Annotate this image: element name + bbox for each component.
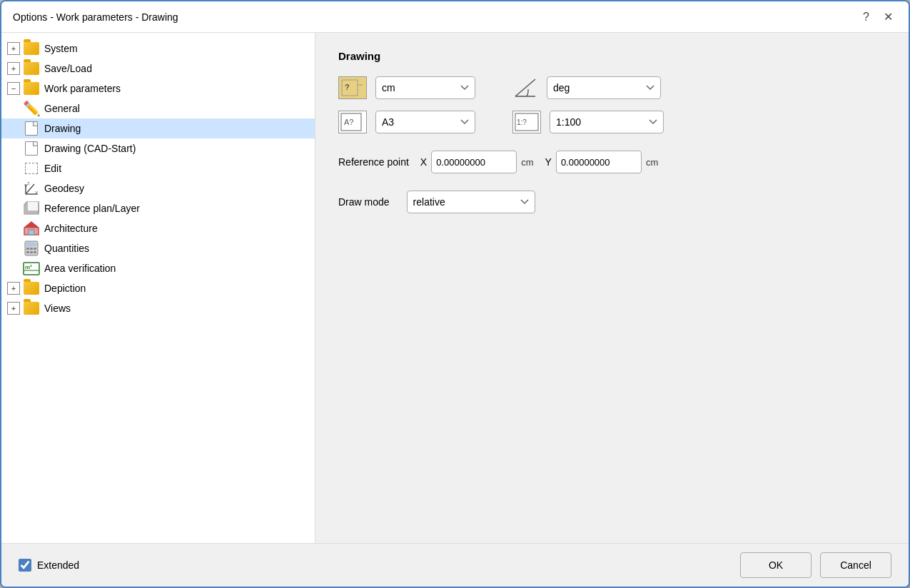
tree-label-refplan: Reference plan/Layer [44, 203, 140, 214]
tree-label-drawing: Drawing [44, 123, 81, 134]
page-icon-drawing [23, 121, 40, 136]
tree-item-edit[interactable]: Edit [1, 158, 315, 178]
svg-rect-8 [27, 201, 39, 211]
dialog-window: Options - Work parameters - Drawing ? ✕ … [0, 0, 910, 588]
editbox-icon [23, 161, 40, 176]
svg-rect-17 [26, 251, 29, 253]
tree-label-workparams: Work parameters [44, 83, 121, 94]
ref-point-label: Reference point [338, 156, 409, 168]
tree-label-general: General [44, 103, 80, 114]
bottom-bar: Extended OK Cancel [1, 543, 909, 587]
coord-x-group: X cm [420, 151, 534, 173]
toggle-depiction[interactable]: + [7, 282, 20, 295]
pencil-icon: ✏️ [23, 101, 40, 116]
toggle-system[interactable]: + [7, 42, 20, 55]
ok-button[interactable]: OK [740, 552, 812, 578]
row-page-scale: A? A0 A1 A2 A3 A4 1:? [338, 111, 886, 133]
refplan-icon [23, 201, 40, 216]
svg-rect-18 [30, 251, 33, 253]
svg-text:?: ? [345, 83, 350, 91]
svg-rect-15 [30, 248, 33, 250]
tree-item-general[interactable]: ✏️ General [1, 98, 315, 118]
toggle-workparams[interactable]: − [7, 82, 20, 95]
y-unit-label: cm [646, 157, 658, 168]
extended-checkbox-group: Extended [19, 559, 79, 572]
angle-icon [512, 76, 538, 99]
help-button[interactable]: ? [859, 9, 874, 25]
tree-item-views[interactable]: + Views [1, 298, 315, 318]
draw-mode-select[interactable]: relative absolute [407, 191, 535, 213]
folder-icon-saveload [23, 61, 40, 76]
geodesy-icon: Y X Z [23, 181, 40, 196]
folder-icon-views [23, 301, 40, 315]
tree-label-areaverif: Area verification [44, 263, 116, 274]
folder-icon-depiction [23, 281, 40, 295]
tree-item-drawing[interactable]: Drawing [1, 118, 315, 138]
svg-line-26 [515, 79, 535, 96]
tree-label-views: Views [44, 303, 71, 314]
svg-rect-14 [26, 248, 29, 250]
svg-text:X: X [35, 191, 39, 196]
coord-y-group: Y cm [545, 151, 659, 173]
tree-item-workparams[interactable]: − Work parameters [1, 78, 315, 98]
toggle-views[interactable]: + [7, 302, 20, 315]
tree-item-saveload[interactable]: + Save/Load [1, 59, 315, 78]
svg-rect-16 [34, 248, 36, 250]
calc-icon [23, 241, 40, 255]
tree-item-quantities[interactable]: Quantities [1, 238, 315, 258]
angle-select[interactable]: deg rad gon [547, 76, 661, 99]
close-button[interactable]: ✕ [879, 9, 897, 25]
svg-rect-19 [34, 251, 36, 253]
scale-select[interactable]: 1:1 1:10 1:20 1:50 1:100 1:200 1:500 [550, 111, 664, 133]
tree-label-saveload: Save/Load [44, 63, 92, 74]
section-title: Drawing [338, 50, 886, 62]
extended-label[interactable]: Extended [37, 559, 79, 571]
svg-rect-11 [29, 230, 34, 235]
tree-item-geodesy[interactable]: Y X Z Geodesy [1, 178, 315, 198]
folder-icon-workparams [23, 81, 40, 96]
svg-text:Z: Z [27, 181, 30, 186]
x-coord-input[interactable] [431, 151, 517, 173]
draw-mode-row: Draw mode relative absolute [338, 191, 886, 213]
draw-mode-label: Draw mode [338, 196, 390, 208]
svg-rect-13 [26, 243, 36, 246]
window-title: Options - Work parameters - Drawing [13, 11, 178, 23]
tree-panel: + System + Save/Load − Work p [1, 33, 315, 543]
toggle-saveload[interactable]: + [7, 62, 20, 75]
tree-label-depiction: Depiction [44, 283, 86, 294]
tree-label-geodesy: Geodesy [44, 183, 84, 194]
tree-item-depiction[interactable]: + Depiction [1, 278, 315, 298]
tree-item-areaverif[interactable]: m² Area verification [1, 258, 315, 278]
tree-item-drawingcad[interactable]: Drawing (CAD-Start) [1, 138, 315, 158]
svg-text:m²: m² [25, 264, 32, 270]
page-select[interactable]: A0 A1 A2 A3 A4 [375, 111, 475, 133]
tree-label-quantities: Quantities [44, 243, 89, 254]
svg-text:1:?: 1:? [517, 118, 527, 126]
tree-label-edit: Edit [44, 163, 61, 174]
cancel-button[interactable]: Cancel [820, 552, 891, 578]
tree-item-system[interactable]: + System [1, 39, 315, 59]
title-bar-buttons: ? ✕ [859, 9, 897, 25]
x-axis-label: X [420, 156, 427, 168]
action-buttons: OK Cancel [740, 552, 891, 578]
tree-item-refplan[interactable]: Reference plan/Layer [1, 198, 315, 218]
title-bar: Options - Work parameters - Drawing ? ✕ [1, 1, 909, 33]
units-icon: ? [338, 76, 367, 99]
reference-point-row: Reference point X cm Y cm [338, 151, 886, 173]
extended-checkbox[interactable] [19, 559, 31, 572]
form-section: ? cm m mm ft in [338, 76, 886, 526]
house-icon [23, 221, 40, 235]
page-icon-drawingcad [23, 141, 40, 156]
x-unit-label: cm [521, 157, 533, 168]
tree-label-system: System [44, 43, 78, 54]
folder-icon-system [23, 41, 40, 56]
svg-marker-10 [24, 222, 39, 228]
main-content: + System + Save/Load − Work p [1, 33, 909, 543]
tree-item-architecture[interactable]: Architecture [1, 218, 315, 238]
row-units-angle: ? cm m mm ft in [338, 76, 886, 99]
svg-text:A?: A? [344, 118, 353, 126]
units-select[interactable]: cm m mm ft in [375, 76, 475, 99]
tree-label-architecture: Architecture [44, 223, 98, 234]
scale-icon: 1:? [512, 111, 541, 133]
y-coord-input[interactable] [556, 151, 642, 173]
